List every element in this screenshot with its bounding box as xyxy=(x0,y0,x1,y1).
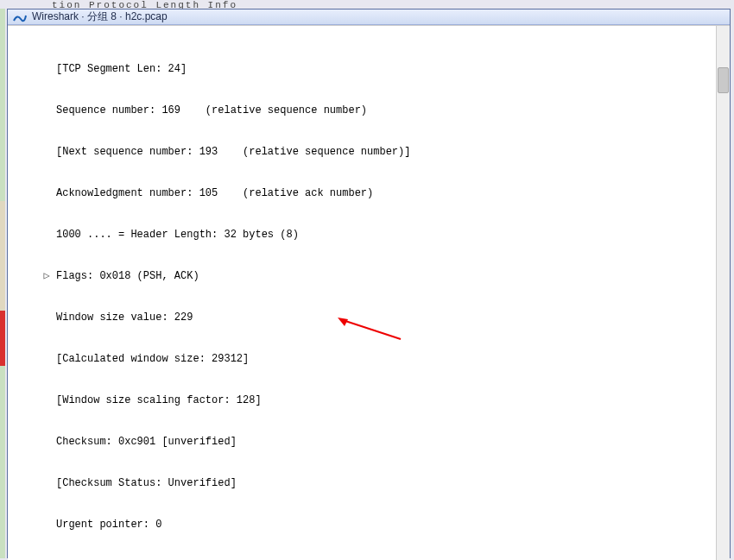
expand-icon[interactable]: ▷ xyxy=(41,269,53,283)
tree-flags[interactable]: ▷Flags: 0x018 (PSH, ACK) xyxy=(15,269,723,283)
details-scrollbar[interactable] xyxy=(716,26,730,560)
wireshark-packet-window: Wireshark · 分组 8 · h2c.pcap [TCP Segment… xyxy=(7,9,731,558)
tree-acknum[interactable]: Acknowledgment number: 105 (relative ack… xyxy=(15,186,723,200)
tree-checksum-status[interactable]: [Checksum Status: Unverified] xyxy=(15,476,723,490)
tree-calcwin[interactable]: [Calculated window size: 29312] xyxy=(15,352,723,366)
scrollbar-thumb[interactable] xyxy=(718,67,729,93)
tree-winscale[interactable]: [Window size scaling factor: 128] xyxy=(15,393,723,407)
tree-urgent[interactable]: Urgent pointer: 0 xyxy=(15,518,723,532)
tree-nextseq[interactable]: [Next sequence number: 193 (relative seq… xyxy=(15,145,723,159)
annotation-arrow-1 xyxy=(336,318,405,343)
tree-headerlen[interactable]: 1000 .... = Header Length: 32 bytes (8) xyxy=(15,228,723,242)
tree-checksum[interactable]: Checksum: 0xc901 [unverified] xyxy=(15,435,723,449)
window-title: Wireshark · 分组 8 · h2c.pcap xyxy=(32,9,168,24)
svg-line-0 xyxy=(343,320,401,339)
titlebar[interactable]: Wireshark · 分组 8 · h2c.pcap xyxy=(8,9,730,25)
svg-marker-1 xyxy=(338,318,348,326)
wireshark-app-icon xyxy=(13,10,27,24)
tree-tcp-seglen[interactable]: [TCP Segment Len: 24] xyxy=(15,62,723,76)
tree-seqnum[interactable]: Sequence number: 169 (relative sequence … xyxy=(15,104,723,117)
packet-color-stripe xyxy=(0,9,5,558)
packet-details-tree[interactable]: [TCP Segment Len: 24] Sequence number: 1… xyxy=(8,25,730,560)
